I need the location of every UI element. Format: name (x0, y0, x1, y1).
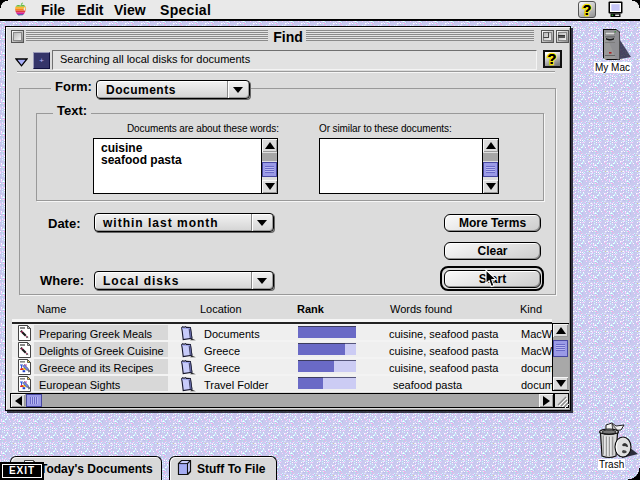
svg-text:?: ? (583, 2, 592, 18)
svg-text:?: ? (548, 51, 557, 67)
